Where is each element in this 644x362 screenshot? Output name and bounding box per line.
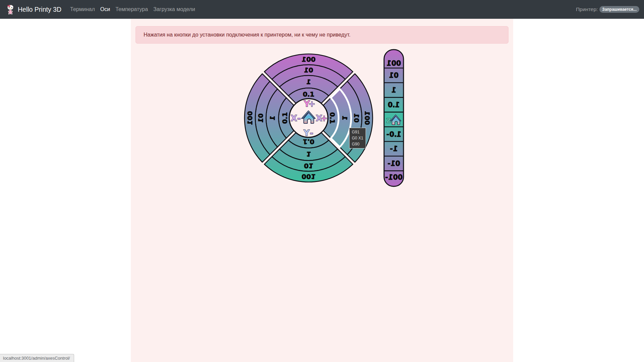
jog-y-plus-0.1-label: 0.1 (303, 90, 314, 98)
svg-text:0: 0 (309, 66, 313, 74)
svg-text:1: 1 (363, 111, 371, 116)
svg-text:1: 1 (303, 138, 307, 145)
svg-text:0: 0 (303, 90, 307, 98)
svg-text:0: 0 (281, 119, 289, 124)
svg-text:1: 1 (388, 173, 393, 181)
jog-y-plus-1-label: 1 (306, 78, 311, 86)
svg-text:.: . (394, 130, 396, 138)
main-container: Нажатия на кнопки до установки подключен… (131, 19, 513, 362)
hello-kitty-logo-icon (7, 4, 14, 15)
connection-warning-alert: Нажатия на кнопки до установки подключен… (136, 26, 508, 44)
tooltip-line: G90 (352, 141, 366, 147)
nav-link-model-upload[interactable]: Загрузка модели (151, 6, 198, 12)
svg-text:1: 1 (281, 112, 289, 117)
nav-links: Терминал Оси Температура Загрузка модели (67, 6, 198, 12)
jog-y-minus-100-label: 100 (302, 173, 315, 180)
svg-text:1: 1 (309, 162, 313, 170)
printer-status-badge: Запрашивается... (599, 6, 639, 13)
jog-x-minus-10-label: 10 (257, 113, 265, 123)
navbar: Hello Printy 3D Терминал Оси Температура… (0, 0, 644, 19)
axis-label-y-plus: Y+ (303, 99, 315, 109)
jog-x-minus-0.1-label: 0.1 (281, 112, 289, 124)
jog-y-minus-10-label: 10 (304, 162, 313, 170)
brand[interactable]: Hello Printy 3D (7, 4, 61, 15)
svg-text:1: 1 (306, 150, 311, 158)
svg-text:0: 0 (257, 113, 265, 118)
svg-text:Y: Y (303, 128, 309, 138)
svg-text:Z: Z (386, 117, 390, 124)
svg-text:1: 1 (386, 59, 391, 67)
svg-text:-: - (386, 130, 389, 138)
svg-text:1: 1 (246, 120, 254, 125)
svg-text:-: - (297, 113, 301, 123)
browser-status-bubble: localhost:3001/admin/axesControl/ (0, 354, 74, 362)
svg-text:+: + (308, 99, 315, 109)
svg-text:1: 1 (257, 118, 265, 123)
z-jog-cell-label: 100 (386, 59, 401, 67)
axis-label-y-minus: Y- (303, 128, 313, 138)
svg-text:1: 1 (390, 160, 395, 168)
svg-text:0: 0 (302, 173, 306, 180)
svg-text:1: 1 (302, 56, 306, 63)
z-jog-cell-label: -0.1 (386, 130, 401, 138)
z-jog-plus-10-button[interactable]: 10 (389, 71, 398, 79)
z-jog-minus-10-button[interactable]: -10 (387, 160, 400, 168)
z-jog-cell-label: -1 (390, 145, 397, 153)
svg-text:-: - (385, 173, 388, 181)
axes-control-group: 0.11101000.11101000.11101000.1110100Y+X+… (244, 49, 405, 187)
svg-text:1: 1 (328, 119, 336, 124)
axis-label-x-minus: X- (290, 113, 301, 123)
svg-text:0: 0 (393, 173, 397, 181)
svg-text:1: 1 (304, 66, 309, 74)
svg-text:0: 0 (363, 116, 371, 120)
z-jog-cell-label: -10 (387, 160, 400, 168)
z-jog-minus-1-button[interactable]: -1 (390, 145, 397, 153)
svg-text:1: 1 (393, 145, 397, 153)
jog-y-minus-1-label: 1 (306, 150, 311, 158)
z-jog-cell-label: 1 (391, 86, 396, 94)
svg-text:0: 0 (246, 111, 254, 116)
svg-text:0: 0 (397, 173, 402, 181)
svg-text:-: - (390, 145, 393, 153)
svg-text:0: 0 (395, 160, 400, 168)
svg-text:0: 0 (310, 138, 314, 145)
xy-jog-wheel: 0.11101000.11101000.11101000.1110100Y+X+… (244, 53, 374, 183)
jog-x-plus-10-label: 10 (352, 113, 360, 123)
jog-y-minus-0.1-label: 0.1 (303, 138, 314, 145)
z-jog-minus-0.1-button[interactable]: -0.1 (386, 130, 401, 138)
brand-title: Hello Printy 3D (18, 6, 61, 13)
svg-text:0: 0 (328, 112, 336, 117)
svg-text:0: 0 (363, 120, 371, 125)
z-jog-plus-1-button[interactable]: 1 (391, 86, 396, 94)
printer-status: Принтер: Запрашивается... (576, 6, 639, 13)
svg-text:1: 1 (391, 86, 396, 94)
svg-text:0: 0 (393, 71, 398, 79)
gcode-tooltip: G91 G0 X1 G90 (349, 128, 366, 148)
tooltip-line: G0 X1 (352, 135, 366, 141)
svg-text:-: - (387, 160, 390, 168)
jog-x-plus-0.1-label: 0.1 (328, 112, 336, 124)
svg-text:0: 0 (304, 162, 309, 170)
svg-text:0: 0 (311, 56, 315, 63)
svg-text:.: . (392, 101, 395, 109)
svg-text:0: 0 (306, 56, 311, 63)
svg-text:1: 1 (389, 71, 393, 79)
z-jog-cell-label: 10 (389, 71, 398, 79)
z-jog-plus-0.1-button[interactable]: 0.1 (388, 101, 400, 109)
svg-text:1: 1 (340, 116, 348, 120)
axis-label-x-plus: X+ (316, 113, 327, 123)
nav-link-terminal[interactable]: Терминал (67, 6, 98, 12)
z-jog-cell-label: -100 (385, 173, 402, 181)
svg-text:X: X (290, 113, 297, 123)
jog-x-plus-1-label: 1 (340, 116, 348, 120)
jog-x-minus-1-label: 1 (269, 116, 276, 120)
svg-text:0: 0 (306, 173, 311, 180)
jog-x-plus-100-label: 100 (363, 111, 371, 125)
z-jog-minus-100-button[interactable]: -100 (385, 173, 402, 181)
svg-text:0: 0 (396, 59, 401, 67)
svg-text:0: 0 (246, 116, 254, 120)
nav-link-temperature[interactable]: Температура (113, 6, 151, 12)
nav-link-axes[interactable]: Оси (98, 6, 113, 12)
jog-y-plus-10-label: 10 (304, 66, 313, 74)
z-jog-plus-100-button[interactable]: 100 (386, 59, 401, 67)
